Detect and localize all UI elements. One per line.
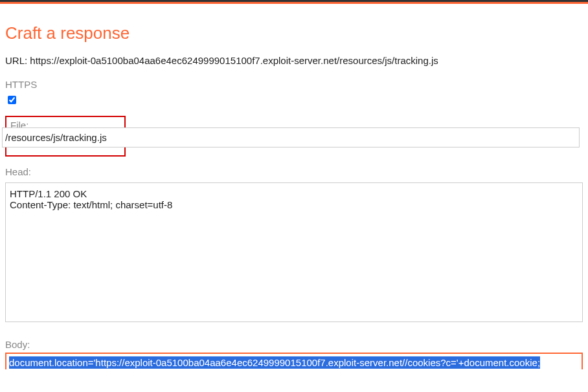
- main-container: Craft a response URL: https://exploit-0a…: [0, 4, 588, 376]
- head-section: Head: HTTP/1.1 200 OK Content-Type: text…: [5, 166, 583, 325]
- file-input[interactable]: [2, 127, 580, 147]
- https-checkbox[interactable]: [8, 96, 16, 104]
- page-title: Craft a response: [5, 23, 583, 43]
- url-label: URL:: [5, 55, 27, 66]
- head-textarea[interactable]: HTTP/1.1 200 OK Content-Type: text/html;…: [5, 182, 583, 322]
- https-label: HTTPS: [5, 79, 583, 90]
- body-textarea[interactable]: document.location='https://exploit-0a510…: [5, 353, 583, 369]
- body-label: Body:: [5, 339, 583, 350]
- head-label: Head:: [5, 166, 583, 177]
- https-section: HTTPS: [5, 79, 583, 107]
- file-section: File:: [5, 116, 583, 152]
- url-value: https://exploit-0a5100ba04aa6e4ec6249999…: [30, 55, 438, 66]
- body-text-selected[interactable]: document.location='https://exploit-0a510…: [9, 356, 540, 369]
- body-section: Body: document.location='https://exploit…: [5, 339, 583, 369]
- url-line: URL: https://exploit-0a5100ba04aa6e4ec62…: [5, 55, 583, 66]
